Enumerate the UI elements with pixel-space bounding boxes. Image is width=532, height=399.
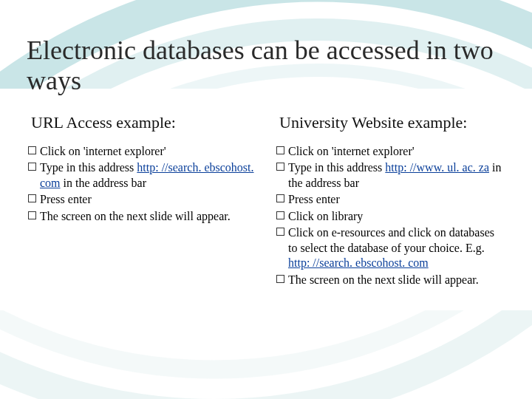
bullet-square-icon <box>276 211 284 219</box>
left-list: Click on 'internet explorer'Type in this… <box>27 144 257 224</box>
list-item: Type in this address http: //search. ebs… <box>28 160 257 191</box>
bullet-square-icon <box>28 211 36 219</box>
list-item-pre: Press enter <box>40 193 92 205</box>
list-item-pre: The screen on the next slide will appear… <box>40 210 231 222</box>
right-heading: University Website example: <box>279 113 505 132</box>
list-item: Press enter <box>28 192 257 207</box>
left-column: URL Access example: Click on 'internet e… <box>27 113 257 289</box>
list-item-text: Type in this address http: //search. ebs… <box>40 160 257 191</box>
list-item: The screen on the next slide will appear… <box>28 209 257 224</box>
list-item-pre: Click on 'internet explorer' <box>288 145 415 157</box>
bullet-square-icon <box>276 194 284 202</box>
list-item: Click on 'internet explorer' <box>28 144 257 159</box>
bullet-square-icon <box>28 194 36 202</box>
list-item-post: in the address bar <box>61 177 146 189</box>
right-list: Click on 'internet explorer'Type in this… <box>275 144 505 287</box>
bullet-square-icon <box>28 163 36 171</box>
right-column: University Website example: Click on 'in… <box>275 113 505 289</box>
list-item-text: Click on 'internet explorer' <box>40 144 257 159</box>
bullet-square-icon <box>276 163 284 171</box>
columns: URL Access example: Click on 'internet e… <box>27 113 505 289</box>
list-item: Type in this address http: //www. ul. ac… <box>276 160 505 191</box>
bullet-square-icon <box>276 275 284 283</box>
list-item-link[interactable]: http: //search. ebscohost. com <box>288 256 429 269</box>
slide-title: Electronic databases can be accessed in … <box>27 35 505 97</box>
list-item-text: Press enter <box>288 192 505 207</box>
list-item-text: Type in this address http: //www. ul. ac… <box>288 160 505 191</box>
list-item-pre: Type in this address <box>40 161 137 174</box>
list-item: Press enter <box>276 192 505 207</box>
list-item: The screen on the next slide will appear… <box>276 273 505 287</box>
list-item: Click on e-resources and click on databa… <box>276 225 505 270</box>
left-heading: URL Access example: <box>31 113 257 132</box>
list-item-text: The screen on the next slide will appear… <box>288 273 505 287</box>
list-item-pre: Click on 'internet explorer' <box>40 145 166 157</box>
list-item: Click on 'internet explorer' <box>276 144 505 159</box>
list-item-link[interactable]: http: //www. ul. ac. za <box>385 161 489 174</box>
list-item-text: Click on e-resources and click on databa… <box>288 225 505 270</box>
list-item-pre: The screen on the next slide will appear… <box>288 273 479 286</box>
list-item-text: Click on library <box>288 209 505 224</box>
list-item-pre: Press enter <box>288 193 340 205</box>
list-item-text: Click on 'internet explorer' <box>288 144 505 159</box>
list-item-text: The screen on the next slide will appear… <box>40 209 257 224</box>
list-item-pre: Click on e-resources and click on databa… <box>288 226 494 253</box>
list-item-pre: Type in this address <box>288 161 385 174</box>
bullet-square-icon <box>28 146 36 154</box>
list-item-text: Press enter <box>40 192 257 207</box>
bullet-square-icon <box>276 228 284 236</box>
list-item: Click on library <box>276 209 505 224</box>
bullet-square-icon <box>276 146 284 154</box>
list-item-pre: Click on library <box>288 210 363 222</box>
